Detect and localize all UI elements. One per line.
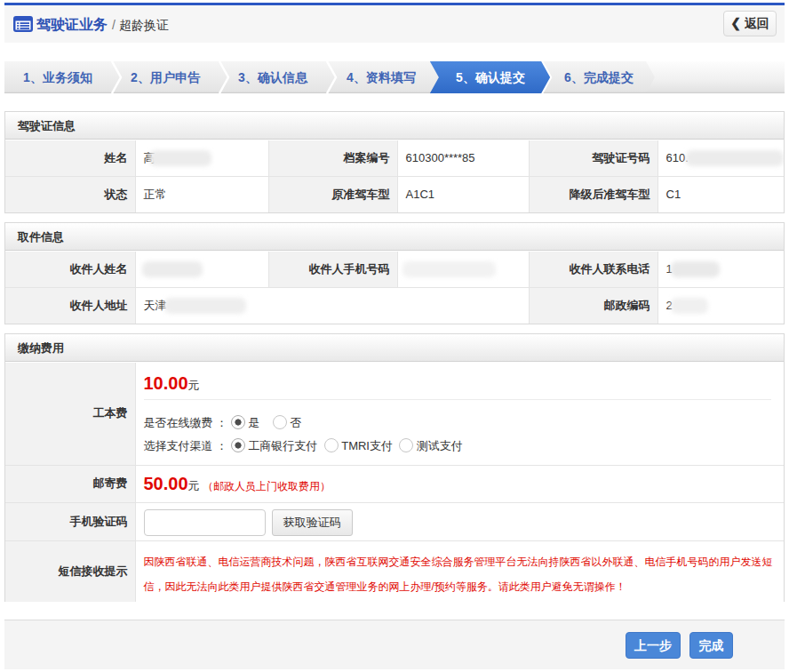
svg-text:4、资料填写: 4、资料填写 — [347, 70, 416, 84]
svg-text:5、确认提交: 5、确认提交 — [456, 70, 525, 84]
svg-text:3、确认信息: 3、确认信息 — [238, 70, 308, 84]
svg-text:1、业务须知: 1、业务须知 — [23, 70, 92, 84]
svg-text:6、完成提交: 6、完成提交 — [564, 70, 634, 84]
svg-text:2、用户申告: 2、用户申告 — [131, 70, 201, 84]
